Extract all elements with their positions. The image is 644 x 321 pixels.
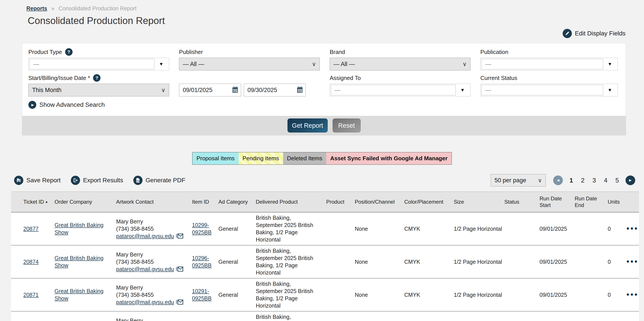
get-report-button[interactable]: Get Report <box>288 118 328 133</box>
start-date-input[interactable] <box>180 87 232 94</box>
consolidated-production-report-page: Reports » Consolidated Production Report… <box>0 0 644 321</box>
help-icon[interactable]: ? <box>93 74 100 82</box>
calendar-icon[interactable] <box>296 86 303 94</box>
column-header-delivered-product[interactable]: Delivered Product <box>252 192 322 212</box>
dropdown-arrow-icon[interactable]: ▼ <box>603 85 617 95</box>
breadcrumb-separator: » <box>51 5 54 12</box>
column-header-units[interactable]: Units <box>604 192 622 212</box>
ticket-link[interactable]: 20871 <box>23 292 39 298</box>
cell-position-channel: None <box>351 245 400 278</box>
per-page-select[interactable]: 50 per page ∨ <box>491 174 546 186</box>
end-date-field[interactable] <box>244 84 306 96</box>
column-header-product[interactable]: Product <box>322 192 351 212</box>
page-number-4[interactable]: 4 <box>604 177 608 184</box>
cell-actions: ••• <box>622 245 639 278</box>
chevron-down-icon: ∨ <box>538 177 542 184</box>
legend: Proposal ItemsPending ItemsDeleted Items… <box>192 152 452 165</box>
current-status-combo[interactable]: — ▼ <box>480 84 618 96</box>
row-actions-button[interactable]: ••• <box>626 257 638 266</box>
production-report-table: Ticket ID▲Order CompanyArtwork ContactIt… <box>11 192 639 321</box>
help-icon[interactable]: ? <box>65 48 72 56</box>
cell-order-company: Great British Baking Show <box>50 278 112 311</box>
column-header-actions[interactable] <box>622 192 639 212</box>
order-company-link[interactable]: Great British Baking Show <box>54 222 103 235</box>
current-status-value: — <box>482 85 603 95</box>
next-page-button[interactable]: ► <box>626 175 635 185</box>
previous-page-button[interactable]: ◄ <box>553 175 563 185</box>
contact-email-line: pataroc@mail.gvsu.edu <box>116 232 184 240</box>
date-preset-select[interactable]: This Month ∨ <box>28 84 169 96</box>
edit-display-fields-button[interactable]: Edit Display Fields <box>0 29 626 39</box>
page-number-5[interactable]: 5 <box>616 177 619 184</box>
show-advanced-search-label: Show Advanced Search <box>39 101 105 108</box>
cell-status <box>500 212 536 245</box>
column-header-run-date-end[interactable]: Run Date End <box>571 192 604 212</box>
dropdown-arrow-icon[interactable]: ▼ <box>154 59 168 69</box>
chevron-down-icon: ∨ <box>312 61 316 68</box>
publication-combo[interactable]: — ▼ <box>480 58 618 71</box>
item-id-link[interactable]: 10296-0925BB <box>192 255 212 268</box>
row-actions-button[interactable]: ••• <box>626 224 638 233</box>
svg-text:PDF: PDF <box>136 181 140 182</box>
order-company-link[interactable]: Great British Baking Show <box>54 255 103 268</box>
email-link[interactable]: pataroc@mail.gvsu.edu <box>116 233 174 239</box>
dropdown-arrow-icon[interactable]: ▼ <box>456 85 469 95</box>
cell-ticket-id: 20874 <box>11 245 50 278</box>
email-link[interactable]: pataroc@mail.gvsu.edu <box>116 299 174 305</box>
per-page-value: 50 per page <box>494 177 526 184</box>
cell-product <box>322 212 351 245</box>
calendar-icon[interactable] <box>232 86 239 94</box>
contact-name: Mary Berry <box>116 284 184 291</box>
breadcrumb-reports-link[interactable]: Reports <box>26 5 47 12</box>
column-header-order-company[interactable]: Order Company <box>50 192 112 212</box>
email-link[interactable]: pataroc@mail.gvsu.edu <box>116 266 174 272</box>
product-type-combo[interactable]: — ▼ <box>28 58 169 71</box>
column-header-ticket-id[interactable]: Ticket ID▲ <box>11 192 50 212</box>
column-header-artwork-contact[interactable]: Artwork Contact <box>112 192 188 212</box>
order-company-link[interactable]: Great British Baking Show <box>54 288 103 301</box>
email-icon <box>174 299 183 305</box>
start-date-field[interactable] <box>179 84 241 96</box>
breadcrumb-current: Consolidated Production Report <box>58 5 136 12</box>
ticket-link[interactable]: 20877 <box>23 226 39 232</box>
show-advanced-search-toggle[interactable]: ► Show Advanced Search <box>28 100 620 110</box>
column-header-color-placement[interactable]: Color/Placement <box>400 192 450 212</box>
page-number-2[interactable]: 2 <box>581 177 584 184</box>
cell-ticket-id: 20877 <box>11 212 50 245</box>
breadcrumb: Reports » Consolidated Production Report <box>0 0 644 12</box>
column-header-ad-category[interactable]: Ad Category <box>214 192 252 212</box>
column-header-position-channel[interactable]: Position/Channel <box>351 192 400 212</box>
item-id-link[interactable]: 10291-0925BB <box>192 288 212 301</box>
dropdown-arrow-icon[interactable]: ▼ <box>603 59 617 69</box>
current-status-field: Current Status — ▼ <box>480 74 618 96</box>
page-number-1[interactable]: 1 <box>570 177 573 184</box>
generate-pdf-button[interactable]: PDF Generate PDF <box>133 176 186 185</box>
item-id-link[interactable]: 10299-0925BB <box>192 222 212 235</box>
page-number-3[interactable]: 3 <box>592 177 596 184</box>
brand-select[interactable]: — All — ∨ <box>330 58 470 71</box>
publisher-select[interactable]: — All — ∨ <box>179 58 320 71</box>
save-report-label: Save Report <box>26 177 61 184</box>
cell-actions: ••• <box>622 212 639 245</box>
cell-size: 1/2 Page Horizontal <box>450 278 500 311</box>
cell-item-id: 10287-0925BB <box>188 311 214 321</box>
results-toolbar: Save Report Export Results PDF Generate … <box>14 174 635 187</box>
reset-button[interactable]: Reset <box>332 118 361 133</box>
publisher-field: Publisher — All — ∨ <box>179 48 320 71</box>
row-actions-button[interactable]: ••• <box>626 290 638 299</box>
column-header-size[interactable]: Size <box>450 192 500 212</box>
legend-badge: Pending Items <box>239 152 283 164</box>
column-header-status[interactable]: Status <box>500 192 536 212</box>
legend-badge: Proposal Items <box>192 152 238 164</box>
column-header-run-date-start[interactable]: Run Date Start <box>536 192 571 212</box>
assigned-to-combo[interactable]: — ▼ <box>330 84 470 96</box>
end-date-input[interactable] <box>245 87 296 94</box>
chevron-down-icon: ∨ <box>161 87 166 94</box>
cell-ad-category: General <box>214 311 252 321</box>
save-report-button[interactable]: Save Report <box>14 176 61 185</box>
ticket-link[interactable]: 20874 <box>23 259 39 265</box>
brand-value: — All — <box>334 61 355 68</box>
legend-badge: Deleted Items <box>283 152 326 164</box>
export-results-button[interactable]: Export Results <box>71 176 123 185</box>
column-header-item-id[interactable]: Item ID <box>188 192 214 212</box>
